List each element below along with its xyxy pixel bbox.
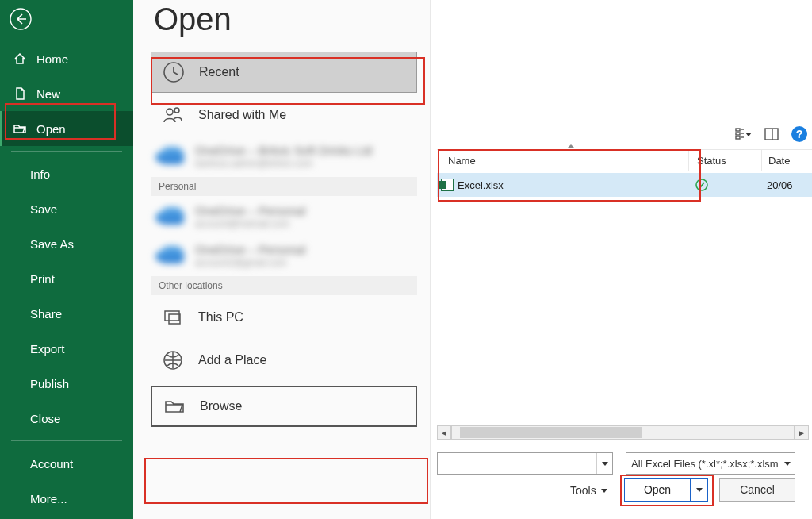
preview-pane-button[interactable] xyxy=(763,125,780,143)
nav-close[interactable]: Close xyxy=(0,401,133,436)
open-button[interactable]: Open xyxy=(624,478,691,502)
cloud-icon xyxy=(160,207,184,225)
file-status xyxy=(689,179,762,191)
personal2-sub: account2@gmail.com xyxy=(195,257,305,268)
clock-icon xyxy=(161,60,186,85)
scroll-track[interactable] xyxy=(451,425,795,440)
chevron-down-icon xyxy=(602,462,608,466)
location-shared[interactable]: Shared with Me xyxy=(151,94,417,136)
filetype-filter-combo[interactable]: All Excel Files (*.xl*;*.xlsx;*.xlsm;* xyxy=(626,452,795,475)
svg-point-3 xyxy=(174,108,179,113)
nav-publish[interactable]: Publish xyxy=(0,366,133,401)
file-name: Excel.xlsx xyxy=(458,179,689,191)
location-browse[interactable]: Browse xyxy=(151,386,417,427)
nav-more[interactable]: More... xyxy=(0,481,133,516)
location-personal-onedrive-2[interactable]: OneDrive – Personal account2@gmail.com xyxy=(151,238,417,273)
nav-separator-1 xyxy=(11,151,122,152)
nav-info[interactable]: Info xyxy=(0,156,133,191)
col-date[interactable]: Date xyxy=(762,150,812,171)
view-options-button[interactable] xyxy=(734,125,752,143)
horizontal-scrollbar[interactable]: ◄ ► xyxy=(437,425,809,440)
back-arrow-icon xyxy=(9,7,33,31)
nav-saveas-label: Save As xyxy=(30,237,74,251)
cloud-icon xyxy=(160,147,184,164)
scroll-right-button[interactable]: ► xyxy=(795,425,809,440)
open-button-dropdown[interactable] xyxy=(691,478,708,502)
cancel-button[interactable]: Cancel xyxy=(719,478,795,502)
file-date: 20/06 xyxy=(762,179,812,191)
open-locations-panel: Open Recent Shared with Me OneDrive – Br… xyxy=(133,0,430,519)
personal1-title: OneDrive – Personal xyxy=(195,204,305,218)
dialog-toolbar: ? xyxy=(734,125,807,143)
tools-menu[interactable]: Tools xyxy=(570,484,607,497)
nav-open-label: Open xyxy=(36,122,66,136)
location-addplace-label: Add a Place xyxy=(198,353,266,367)
location-thispc-label: This PC xyxy=(198,310,243,325)
file-dialog: ? Name Status Date Excel.xlsx 20/06 ◄ ► … xyxy=(430,0,812,519)
chevron-down-icon xyxy=(784,462,791,466)
filename-combo-dropdown[interactable] xyxy=(596,453,612,474)
filetype-filter-text: All Excel Files (*.xl*;*.xlsx;*.xlsm;* xyxy=(626,458,779,470)
svg-rect-9 xyxy=(736,136,740,139)
filename-combo[interactable] xyxy=(437,452,613,475)
nav-print[interactable]: Print xyxy=(0,261,133,296)
scroll-thumb[interactable] xyxy=(460,427,642,438)
col-name[interactable]: Name xyxy=(437,150,689,171)
new-file-icon xyxy=(13,86,27,101)
tools-label: Tools xyxy=(570,484,596,497)
nav-home-label: Home xyxy=(36,52,68,66)
nav-saveas[interactable]: Save As xyxy=(0,226,133,261)
filetype-filter-dropdown[interactable] xyxy=(779,453,795,474)
home-icon xyxy=(13,52,27,66)
nav-new[interactable]: New xyxy=(0,76,133,111)
nav-open[interactable]: Open xyxy=(0,111,133,146)
nav-export[interactable]: Export xyxy=(0,331,133,366)
back-button[interactable] xyxy=(5,3,36,35)
personal2-title: OneDrive – Personal xyxy=(195,243,305,257)
nav-account[interactable]: Account xyxy=(0,446,133,481)
cancel-button-label: Cancel xyxy=(740,483,775,496)
nav-account-label: Account xyxy=(30,457,73,471)
file-row[interactable]: Excel.xlsx 20/06 xyxy=(437,173,812,197)
help-icon-label: ? xyxy=(796,128,803,140)
personal1-sub: account@hotmail.com xyxy=(195,218,305,229)
nav-separator-2 xyxy=(11,440,122,441)
nav-print-label: Print xyxy=(30,272,55,286)
nav-home[interactable]: Home xyxy=(0,41,133,76)
chevron-down-icon xyxy=(745,133,752,136)
pc-icon xyxy=(160,305,186,330)
browse-folder-icon xyxy=(162,394,187,419)
open-button-label: Open xyxy=(644,483,671,496)
svg-rect-13 xyxy=(765,129,778,140)
nav-new-label: New xyxy=(36,87,60,101)
location-personal-onedrive-1[interactable]: OneDrive – Personal account@hotmail.com xyxy=(151,199,417,234)
nav-save[interactable]: Save xyxy=(0,191,133,226)
svg-point-2 xyxy=(167,109,173,115)
location-addplace[interactable]: Add a Place xyxy=(151,340,417,381)
nav-info-label: Info xyxy=(30,167,50,181)
nav-save-label: Save xyxy=(30,202,57,216)
excel-file-icon xyxy=(437,179,458,191)
svg-rect-8 xyxy=(736,133,740,135)
nav-publish-label: Publish xyxy=(30,377,69,390)
chevron-down-icon xyxy=(601,489,607,493)
svg-rect-7 xyxy=(736,129,740,131)
backstage-sidebar: Home New Open Info Save Save As Print Sh… xyxy=(0,0,133,519)
open-split-button: Open xyxy=(624,478,708,502)
location-org-onedrive[interactable]: OneDrive – Britvic Soft Drinks Ltd barit… xyxy=(151,139,417,174)
location-recent[interactable]: Recent xyxy=(151,52,417,93)
nav-share[interactable]: Share xyxy=(0,296,133,331)
svg-rect-5 xyxy=(169,314,180,324)
location-thispc[interactable]: This PC xyxy=(151,297,417,338)
location-browse-label: Browse xyxy=(200,399,242,413)
sync-ok-icon xyxy=(695,179,708,191)
shared-icon xyxy=(160,102,186,128)
nav-close-label: Close xyxy=(30,412,60,425)
org-sub: baritoso.admin@britvic.com xyxy=(195,158,372,169)
location-recent-label: Recent xyxy=(199,65,239,79)
nav-more-label: More... xyxy=(30,492,67,506)
scroll-left-button[interactable]: ◄ xyxy=(437,425,451,440)
cloud-icon xyxy=(160,246,184,263)
col-status[interactable]: Status xyxy=(689,150,762,171)
help-button[interactable]: ? xyxy=(791,126,807,142)
